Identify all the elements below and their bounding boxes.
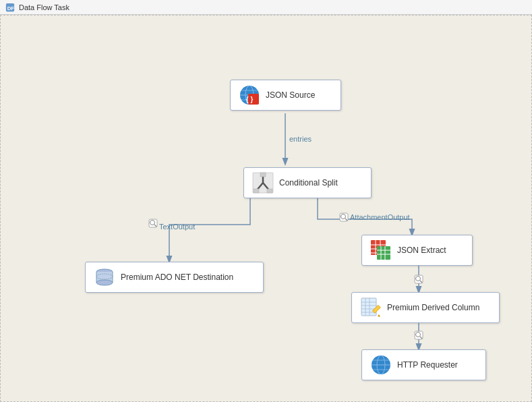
svg-rect-28: [260, 173, 266, 177]
http-requester-label: HTTP Requester: [397, 360, 458, 370]
svg-text:DF: DF: [7, 5, 15, 11]
premium-derived-icon: [360, 297, 382, 318]
premium-derived-label: Premium Derived Column: [387, 303, 479, 312]
svg-line-16: [420, 337, 422, 339]
edge-label-attachmentoutput: AttachmentOutput: [350, 213, 410, 221]
title-bar: DF Data Flow Task: [0, 0, 532, 15]
svg-line-7: [154, 225, 156, 227]
svg-rect-30: [267, 189, 272, 193]
svg-point-9: [341, 214, 346, 219]
premium-ado-icon: [94, 266, 115, 288]
title-bar-label: Data Flow Task: [19, 3, 69, 11]
svg-point-12: [416, 277, 421, 281]
node-http-requester[interactable]: HTTP Requester: [361, 349, 486, 380]
conditional-split-label: Conditional Split: [279, 178, 338, 188]
svg-rect-14: [415, 331, 423, 339]
svg-point-15: [416, 333, 421, 337]
premium-ado-label: Premium ADO NET Destination: [121, 272, 233, 282]
json-extract-label: JSON Extract: [397, 246, 446, 255]
conditional-split-icon: [252, 172, 274, 194]
svg-rect-29: [254, 189, 259, 193]
node-premium-derived[interactable]: Premium Derived Column: [351, 292, 500, 323]
svg-marker-56: [378, 314, 380, 317]
svg-rect-11: [415, 275, 423, 283]
connections-svg: [1, 16, 531, 401]
edge-label-textoutput: TextOutput: [159, 223, 195, 231]
http-requester-icon: [370, 354, 392, 376]
svg-rect-5: [149, 219, 157, 227]
svg-rect-48: [361, 298, 376, 316]
svg-point-6: [150, 221, 155, 225]
node-conditional-split[interactable]: Conditional Split: [243, 167, 372, 198]
node-premium-ado[interactable]: Premium ADO NET Destination: [85, 262, 264, 293]
canvas: entries TextOutput AttachmentOutput { } …: [0, 15, 532, 402]
svg-line-10: [345, 219, 347, 221]
svg-line-13: [420, 281, 422, 283]
df-icon: DF: [5, 3, 15, 12]
node-json-source[interactable]: { } JSON Source: [230, 80, 341, 111]
svg-point-33: [96, 280, 113, 285]
json-extract-icon: [370, 239, 392, 261]
json-source-label: JSON Source: [266, 90, 315, 100]
svg-text:{ }: { }: [246, 96, 254, 103]
node-json-extract[interactable]: JSON Extract: [361, 235, 473, 266]
svg-rect-8: [340, 213, 348, 221]
svg-rect-43: [377, 246, 390, 260]
json-source-icon: { }: [239, 84, 260, 106]
edge-label-entries: entries: [289, 135, 312, 143]
